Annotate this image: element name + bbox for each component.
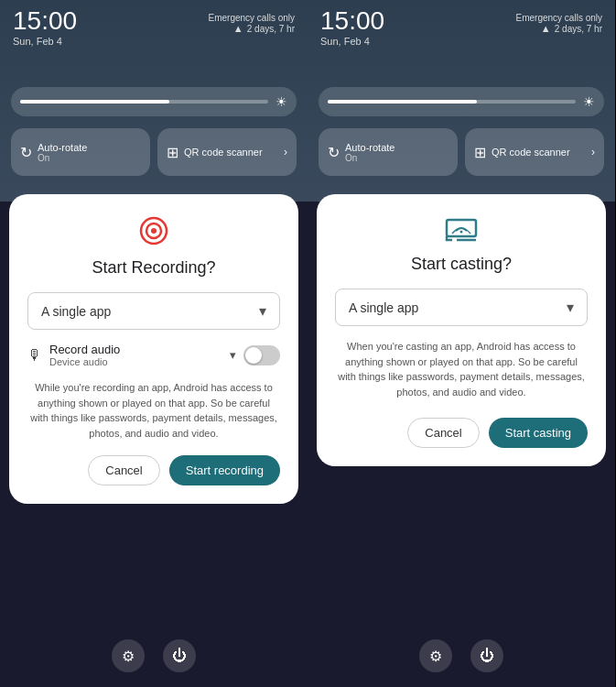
brightness-bar-1[interactable]: ☀ [11, 87, 297, 116]
quick-tiles-2: ↻ Auto-rotate On ⊞ QR code scanner › [319, 128, 604, 176]
power-button-1[interactable]: ⏻ [163, 639, 196, 672]
brightness-fill-1 [20, 100, 169, 104]
gear-icon-2: ⚙ [429, 648, 442, 665]
recording-app-dropdown[interactable]: A single app ▾ [27, 292, 280, 330]
time-display-1: 15:00 [13, 7, 77, 36]
dropdown-arrow-2: ▾ [567, 299, 574, 316]
tile-auto-rotate-2[interactable]: ↻ Auto-rotate On [319, 128, 458, 176]
record-circle-icon [139, 216, 168, 245]
auto-rotate-icon-1: ↻ [20, 144, 32, 161]
start-casting-button[interactable]: Start casting [489, 418, 588, 448]
brightness-fill-2 [328, 100, 477, 104]
audio-toggle[interactable] [243, 345, 280, 365]
auto-rotate-label-1: Auto-rotate [38, 142, 87, 153]
tile-text-qr-1: QR code scanner [184, 147, 263, 158]
qr-label-2: QR code scanner [492, 147, 570, 158]
dialog-icon-record [27, 216, 280, 249]
brightness-icon-2: ☀ [583, 94, 595, 109]
status-right-1: Emergency calls only ▲ 2 days, 7 hr [209, 7, 295, 34]
brightness-bar-2[interactable]: ☀ [319, 87, 604, 116]
audio-sub: Device audio [49, 356, 222, 367]
mic-icon-1: 🎙 [27, 347, 42, 364]
date-display-1: Sun, Feb 4 [13, 36, 77, 47]
svg-point-5 [460, 231, 463, 234]
power-button-2[interactable]: ⏻ [470, 639, 503, 672]
quick-tiles-1: ↻ Auto-rotate On ⊞ QR code scanner › [11, 128, 297, 176]
recording-dialog-buttons: Cancel Start recording [27, 455, 280, 485]
qr-label-1: QR code scanner [184, 147, 263, 158]
casting-dialog: Start casting? A single app ▾ When you'r… [317, 194, 606, 466]
tile-text-2: Auto-rotate On [345, 142, 394, 163]
panel-casting: 15:00 Sun, Feb 4 Emergency calls only ▲ … [308, 0, 615, 687]
auto-rotate-sub-2: On [345, 153, 394, 163]
battery-text-1: 2 days, 7 hr [247, 24, 295, 34]
bottom-bar-1: ⚙ ⏻ [0, 639, 308, 672]
power-icon-2: ⏻ [480, 648, 494, 664]
wifi-icon-2: ▲ [541, 23, 551, 34]
auto-rotate-icon-2: ↻ [328, 144, 340, 161]
panel-recording: 15:00 Sun, Feb 4 Emergency calls only ▲ … [0, 0, 308, 687]
recording-dialog-title: Start Recording? [27, 258, 280, 278]
tile-auto-rotate-1[interactable]: ↻ Auto-rotate On [11, 128, 150, 176]
brightness-track-2 [328, 100, 576, 104]
qr-arrow-2: › [591, 146, 595, 158]
power-icon-1: ⏻ [172, 648, 187, 664]
auto-rotate-label-2: Auto-rotate [345, 142, 394, 153]
emergency-text-2: Emergency calls only [516, 13, 602, 23]
dropdown-arrow-1: ▾ [259, 302, 266, 320]
settings-button-1[interactable]: ⚙ [112, 639, 145, 672]
casting-dialog-buttons: Cancel Start casting [335, 418, 588, 448]
emergency-text-1: Emergency calls only [209, 13, 295, 23]
tile-qr-1[interactable]: ⊞ QR code scanner › [157, 128, 297, 176]
date-display-2: Sun, Feb 4 [320, 36, 384, 47]
battery-wifi-1: ▲ 2 days, 7 hr [233, 23, 295, 34]
recording-cancel-button[interactable]: Cancel [88, 455, 159, 485]
toggle-knob [245, 347, 262, 364]
settings-button-2[interactable]: ⚙ [419, 639, 452, 672]
status-bar-2: 15:00 Sun, Feb 4 Emergency calls only ▲ … [308, 0, 615, 47]
status-right-2: Emergency calls only ▲ 2 days, 7 hr [516, 7, 602, 34]
status-bar-1: 15:00 Sun, Feb 4 Emergency calls only ▲ … [0, 0, 308, 47]
audio-text: Record audio Device audio [49, 343, 222, 367]
cast-icon [445, 216, 478, 242]
time-block-1: 15:00 Sun, Feb 4 [13, 7, 77, 47]
brightness-icon-1: ☀ [276, 94, 287, 109]
qr-icon-2: ⊞ [474, 144, 486, 161]
time-display-2: 15:00 [320, 7, 384, 36]
audio-dropdown-arrow[interactable]: ▾ [230, 348, 236, 362]
casting-info-text: When you're casting an app, Android has … [335, 339, 588, 399]
gear-icon-1: ⚙ [122, 648, 135, 665]
dialog-icon-cast [335, 216, 588, 245]
dropdown-value-1: A single app [41, 304, 111, 319]
qr-arrow-1: › [284, 146, 287, 158]
auto-rotate-sub-1: On [38, 153, 87, 163]
time-block-2: 15:00 Sun, Feb 4 [320, 7, 384, 47]
tile-text-1: Auto-rotate On [38, 142, 87, 163]
svg-point-2 [151, 228, 157, 234]
tile-text-qr-2: QR code scanner [492, 147, 570, 158]
recording-dialog: Start Recording? A single app ▾ 🎙 Record… [9, 194, 298, 504]
audio-row: 🎙 Record audio Device audio ▾ [27, 343, 280, 367]
audio-label: Record audio [49, 343, 222, 356]
bottom-bar-2: ⚙ ⏻ [308, 639, 615, 672]
casting-dialog-title: Start casting? [335, 255, 588, 274]
tile-qr-2[interactable]: ⊞ QR code scanner › [465, 128, 604, 176]
wifi-icon-1: ▲ [233, 23, 243, 34]
battery-wifi-2: ▲ 2 days, 7 hr [541, 23, 602, 34]
casting-cancel-button[interactable]: Cancel [407, 418, 479, 448]
start-recording-button[interactable]: Start recording [169, 455, 280, 485]
battery-text-2: 2 days, 7 hr [555, 24, 602, 34]
recording-info-text: While you're recording an app, Android h… [27, 380, 280, 441]
qr-icon-1: ⊞ [167, 144, 178, 161]
brightness-track-1 [20, 100, 268, 104]
dropdown-value-2: A single app [349, 300, 418, 315]
casting-app-dropdown[interactable]: A single app ▾ [335, 289, 588, 326]
